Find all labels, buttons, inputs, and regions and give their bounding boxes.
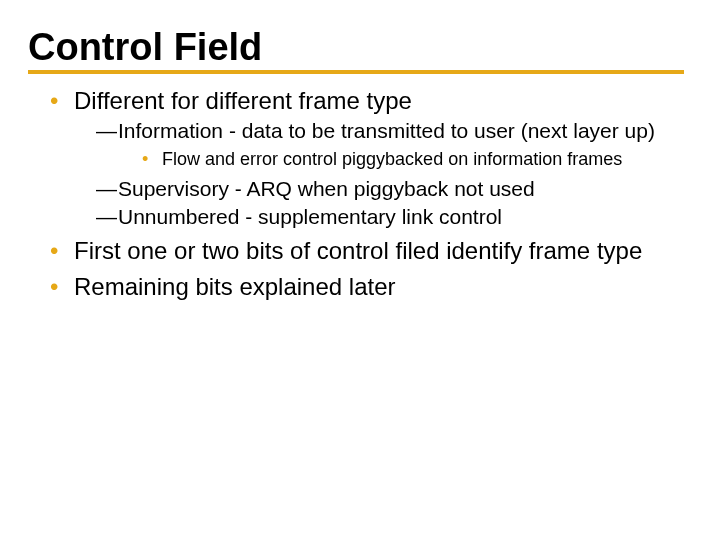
- slide: { "title": "Control Field", "bullets": {…: [0, 0, 720, 540]
- bullet-text: Remaining bits explained later: [74, 273, 396, 300]
- dash-text: Unnumbered - supplementary link control: [118, 205, 502, 228]
- dash-item: Unnumbered - supplementary link control: [96, 204, 684, 230]
- title-rule: [28, 70, 684, 74]
- bullet-text: Different for different frame type: [74, 87, 412, 114]
- sub-item: Flow and error control piggybacked on in…: [142, 148, 684, 171]
- bullet-list: Different for different frame type Infor…: [28, 86, 684, 302]
- sub-list: Flow and error control piggybacked on in…: [118, 148, 684, 171]
- slide-title: Control Field: [28, 28, 684, 68]
- bullet-item: Different for different frame type Infor…: [50, 86, 684, 230]
- dash-text: Supervisory - ARQ when piggyback not use…: [118, 177, 535, 200]
- dash-text: Information - data to be transmitted to …: [118, 119, 655, 142]
- dash-item: Information - data to be transmitted to …: [96, 118, 684, 172]
- bullet-text: First one or two bits of control filed i…: [74, 237, 642, 264]
- dash-list: Information - data to be transmitted to …: [74, 118, 684, 230]
- dash-item: Supervisory - ARQ when piggyback not use…: [96, 176, 684, 202]
- bullet-item: Remaining bits explained later: [50, 272, 684, 302]
- bullet-item: First one or two bits of control filed i…: [50, 236, 684, 266]
- sub-text: Flow and error control piggybacked on in…: [162, 149, 622, 169]
